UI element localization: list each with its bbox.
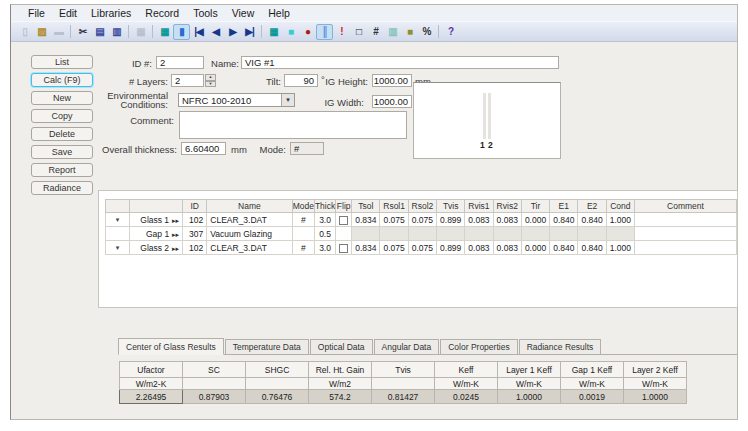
lamp-icon[interactable]: ● (299, 24, 316, 40)
environment-icon[interactable]: ■ (401, 24, 418, 40)
cell-rsol2[interactable]: 0.075 (408, 241, 436, 255)
report-button[interactable]: Report (31, 163, 93, 177)
cell-thick[interactable]: 3.0 (314, 213, 335, 227)
cell-rsol1[interactable]: 0.075 (380, 213, 408, 227)
cell-name[interactable]: CLEAR_3.DAT (207, 213, 292, 227)
cell-mode[interactable] (292, 227, 314, 241)
results-value-gap1-keff[interactable]: 0.0019 (561, 390, 624, 404)
new-file-icon[interactable]: ▯ (16, 24, 33, 40)
overall-thickness-field[interactable]: 6.60400 (181, 142, 226, 155)
glass-pane-1[interactable] (483, 93, 486, 139)
cell-e1[interactable]: 0.840 (550, 241, 578, 255)
cell-rvis2[interactable]: 0.083 (493, 241, 521, 255)
cell-flip[interactable] (336, 227, 352, 241)
glass-pane-2[interactable] (488, 93, 491, 139)
menu-file[interactable]: File (21, 6, 52, 20)
results-value-ufactor[interactable]: 2.26495 (120, 390, 183, 404)
results-value-rel-ht-gain[interactable]: 574.2 (309, 390, 372, 404)
row-selector-icon[interactable]: ▾ (106, 241, 130, 255)
ig-width-field[interactable]: 1000.00 (372, 95, 412, 108)
results-value-tvis[interactable]: 0.81427 (372, 390, 435, 404)
ig-height-field[interactable]: 1000.00 (372, 74, 412, 87)
cell-id[interactable]: 102 (183, 241, 207, 255)
tab-radiance-results[interactable]: Radiance Results (519, 339, 602, 354)
cell-rsol2[interactable] (408, 227, 436, 241)
cell-tvis[interactable] (437, 227, 465, 241)
cell-rsol2[interactable]: 0.075 (408, 213, 436, 227)
radiance-button[interactable]: Radiance (31, 181, 93, 195)
copy-icon[interactable]: ▤ (91, 24, 108, 40)
cell-e2[interactable]: 0.840 (578, 213, 606, 227)
cell-rsol1[interactable] (380, 227, 408, 241)
results-value-shgc[interactable]: 0.76476 (246, 390, 309, 404)
row-selector-icon[interactable] (106, 227, 130, 241)
cell-name[interactable]: CLEAR_3.DAT (207, 241, 292, 255)
glazing-system-icon[interactable]: ║ (316, 24, 333, 40)
delete-button[interactable]: Delete (31, 127, 93, 141)
menu-edit[interactable]: Edit (52, 6, 84, 20)
stepper-down-icon[interactable]: ▼ (205, 81, 216, 88)
cell-tvis[interactable]: 0.899 (437, 241, 465, 255)
comment-field[interactable] (179, 111, 407, 139)
cell-id[interactable]: 307 (183, 227, 207, 241)
menu-tools[interactable]: Tools (186, 6, 225, 20)
cell-rvis1[interactable]: 0.083 (465, 213, 493, 227)
help-icon[interactable]: ? (442, 24, 459, 40)
menu-libraries[interactable]: Libraries (84, 6, 138, 20)
cell-tir[interactable]: 0.000 (521, 213, 549, 227)
cell-tir[interactable] (521, 227, 549, 241)
cell-cond[interactable]: 1.000 (606, 213, 634, 227)
prev-record-icon[interactable]: ◀ (207, 24, 224, 40)
cell-thick[interactable]: 3.0 (314, 241, 335, 255)
menu-view[interactable]: View (225, 6, 262, 20)
cell-tsol[interactable]: 0.834 (352, 213, 380, 227)
detail-view-icon[interactable]: ▮ (173, 24, 190, 40)
cell-e1[interactable] (550, 227, 578, 241)
tab-angular-data[interactable]: Angular Data (374, 339, 440, 354)
cell-thick[interactable]: 0.5 (314, 227, 335, 241)
last-record-icon[interactable]: ▶| (241, 24, 258, 40)
flip-checkbox[interactable] (339, 216, 348, 225)
tab-color-properties[interactable]: Color Properties (440, 339, 517, 354)
env-conditions-select[interactable]: NFRC 100-2010 ▾ (178, 93, 295, 107)
cell-e2[interactable] (578, 227, 606, 241)
open-folder-icon[interactable]: ▨ (33, 24, 50, 40)
cell-rvis1[interactable]: 0.083 (465, 241, 493, 255)
percent-icon[interactable]: % (418, 24, 435, 40)
cell-comment[interactable] (635, 241, 737, 255)
menu-help[interactable]: Help (261, 6, 297, 20)
chevron-down-icon[interactable]: ▾ (281, 94, 294, 106)
cell-tsol[interactable]: 0.834 (352, 241, 380, 255)
name-field[interactable]: VIG #1 (241, 56, 559, 69)
list-view-icon[interactable]: ▦ (156, 24, 173, 40)
cell-rsol1[interactable]: 0.075 (380, 241, 408, 255)
copy-button[interactable]: Copy (31, 109, 93, 123)
cell-rvis2[interactable] (493, 227, 521, 241)
flip-checkbox[interactable] (339, 244, 348, 253)
goto-library-icon[interactable]: ▸▸ (172, 217, 179, 224)
cell-flip[interactable] (336, 213, 352, 227)
layers-field[interactable]: 2 (171, 74, 204, 87)
warning-icon[interactable]: ! (333, 24, 350, 40)
new-button[interactable]: New (31, 91, 93, 105)
cell-comment[interactable] (635, 227, 737, 241)
cell-rvis1[interactable] (465, 227, 493, 241)
save-icon[interactable]: ▬ (50, 24, 67, 40)
list-button[interactable]: List (31, 55, 93, 69)
paste-icon[interactable]: ▥ (108, 24, 125, 40)
next-record-icon[interactable]: ▶ (224, 24, 241, 40)
print-icon[interactable]: ▦ (132, 24, 149, 40)
tab-center-of-glass-results[interactable]: Center of Glass Results (118, 338, 224, 355)
calc-button[interactable]: Calc (F9) (31, 73, 93, 87)
results-value-layer2-keff[interactable]: 1.0000 (624, 390, 687, 404)
cell-e2[interactable]: 0.840 (578, 241, 606, 255)
results-value-keff[interactable]: 0.0245 (435, 390, 498, 404)
cut-icon[interactable]: ✂ (74, 24, 91, 40)
cell-rvis2[interactable]: 0.083 (493, 213, 521, 227)
cell-comment[interactable] (635, 213, 737, 227)
cell-mode[interactable]: # (292, 213, 314, 227)
cell-mode[interactable]: # (292, 241, 314, 255)
cell-cond[interactable] (606, 227, 634, 241)
tab-temperature-data[interactable]: Temperature Data (225, 339, 309, 354)
row-selector-icon[interactable]: ▾ (106, 213, 130, 227)
